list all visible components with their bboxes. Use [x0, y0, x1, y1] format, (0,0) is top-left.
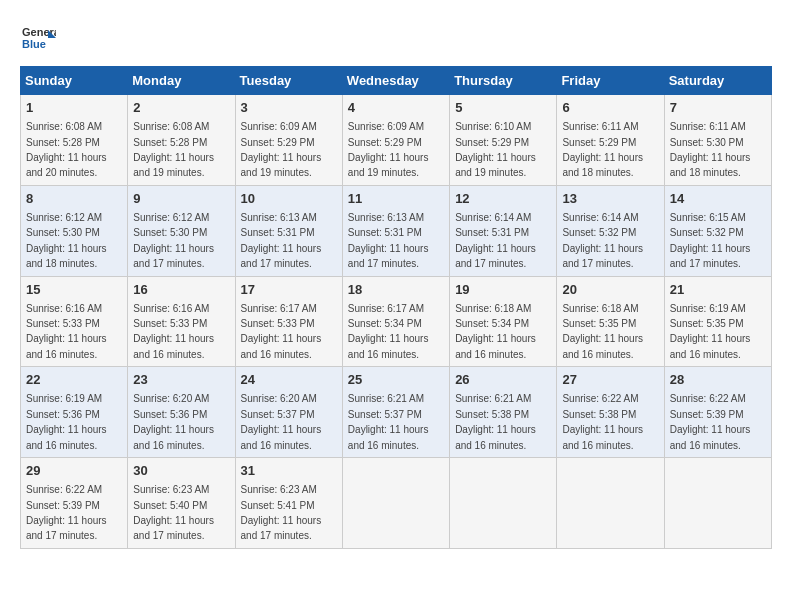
day-number: 9	[133, 190, 229, 208]
calendar-cell: 28 Sunrise: 6:22 AMSunset: 5:39 PMDaylig…	[664, 367, 771, 458]
cell-content: Sunrise: 6:09 AMSunset: 5:29 PMDaylight:…	[348, 121, 429, 178]
day-number: 28	[670, 371, 766, 389]
cell-content: Sunrise: 6:23 AMSunset: 5:40 PMDaylight:…	[133, 484, 214, 541]
calendar-cell: 14 Sunrise: 6:15 AMSunset: 5:32 PMDaylig…	[664, 185, 771, 276]
cell-content: Sunrise: 6:10 AMSunset: 5:29 PMDaylight:…	[455, 121, 536, 178]
calendar-cell: 1 Sunrise: 6:08 AMSunset: 5:28 PMDayligh…	[21, 95, 128, 186]
cell-content: Sunrise: 6:18 AMSunset: 5:34 PMDaylight:…	[455, 303, 536, 360]
calendar-cell: 31 Sunrise: 6:23 AMSunset: 5:41 PMDaylig…	[235, 458, 342, 549]
cell-content: Sunrise: 6:13 AMSunset: 5:31 PMDaylight:…	[241, 212, 322, 269]
day-number: 8	[26, 190, 122, 208]
calendar-cell: 25 Sunrise: 6:21 AMSunset: 5:37 PMDaylig…	[342, 367, 449, 458]
day-number: 19	[455, 281, 551, 299]
calendar-cell: 10 Sunrise: 6:13 AMSunset: 5:31 PMDaylig…	[235, 185, 342, 276]
calendar-cell: 17 Sunrise: 6:17 AMSunset: 5:33 PMDaylig…	[235, 276, 342, 367]
calendar-cell: 6 Sunrise: 6:11 AMSunset: 5:29 PMDayligh…	[557, 95, 664, 186]
day-number: 5	[455, 99, 551, 117]
day-number: 7	[670, 99, 766, 117]
cell-content: Sunrise: 6:17 AMSunset: 5:33 PMDaylight:…	[241, 303, 322, 360]
calendar-cell: 19 Sunrise: 6:18 AMSunset: 5:34 PMDaylig…	[450, 276, 557, 367]
cell-content: Sunrise: 6:22 AMSunset: 5:39 PMDaylight:…	[26, 484, 107, 541]
day-number: 26	[455, 371, 551, 389]
cell-content: Sunrise: 6:21 AMSunset: 5:38 PMDaylight:…	[455, 393, 536, 450]
calendar-cell	[342, 458, 449, 549]
calendar-cell	[450, 458, 557, 549]
calendar-cell: 24 Sunrise: 6:20 AMSunset: 5:37 PMDaylig…	[235, 367, 342, 458]
cell-content: Sunrise: 6:20 AMSunset: 5:37 PMDaylight:…	[241, 393, 322, 450]
calendar-cell: 12 Sunrise: 6:14 AMSunset: 5:31 PMDaylig…	[450, 185, 557, 276]
day-header-thursday: Thursday	[450, 67, 557, 95]
cell-content: Sunrise: 6:12 AMSunset: 5:30 PMDaylight:…	[133, 212, 214, 269]
cell-content: Sunrise: 6:11 AMSunset: 5:29 PMDaylight:…	[562, 121, 643, 178]
logo-icon: General Blue	[20, 20, 56, 56]
calendar-cell: 2 Sunrise: 6:08 AMSunset: 5:28 PMDayligh…	[128, 95, 235, 186]
logo: General Blue	[20, 20, 56, 56]
day-number: 21	[670, 281, 766, 299]
day-number: 6	[562, 99, 658, 117]
calendar-cell: 22 Sunrise: 6:19 AMSunset: 5:36 PMDaylig…	[21, 367, 128, 458]
week-row-4: 22 Sunrise: 6:19 AMSunset: 5:36 PMDaylig…	[21, 367, 772, 458]
header-row: SundayMondayTuesdayWednesdayThursdayFrid…	[21, 67, 772, 95]
day-number: 16	[133, 281, 229, 299]
day-number: 4	[348, 99, 444, 117]
week-row-1: 1 Sunrise: 6:08 AMSunset: 5:28 PMDayligh…	[21, 95, 772, 186]
day-number: 25	[348, 371, 444, 389]
calendar-cell: 9 Sunrise: 6:12 AMSunset: 5:30 PMDayligh…	[128, 185, 235, 276]
week-row-3: 15 Sunrise: 6:16 AMSunset: 5:33 PMDaylig…	[21, 276, 772, 367]
day-header-saturday: Saturday	[664, 67, 771, 95]
cell-content: Sunrise: 6:23 AMSunset: 5:41 PMDaylight:…	[241, 484, 322, 541]
day-header-friday: Friday	[557, 67, 664, 95]
cell-content: Sunrise: 6:13 AMSunset: 5:31 PMDaylight:…	[348, 212, 429, 269]
cell-content: Sunrise: 6:19 AMSunset: 5:36 PMDaylight:…	[26, 393, 107, 450]
day-number: 1	[26, 99, 122, 117]
day-header-wednesday: Wednesday	[342, 67, 449, 95]
calendar-cell: 5 Sunrise: 6:10 AMSunset: 5:29 PMDayligh…	[450, 95, 557, 186]
calendar-cell: 26 Sunrise: 6:21 AMSunset: 5:38 PMDaylig…	[450, 367, 557, 458]
calendar-cell: 20 Sunrise: 6:18 AMSunset: 5:35 PMDaylig…	[557, 276, 664, 367]
header: General Blue	[20, 20, 772, 56]
cell-content: Sunrise: 6:19 AMSunset: 5:35 PMDaylight:…	[670, 303, 751, 360]
day-number: 18	[348, 281, 444, 299]
day-number: 10	[241, 190, 337, 208]
calendar-cell: 27 Sunrise: 6:22 AMSunset: 5:38 PMDaylig…	[557, 367, 664, 458]
cell-content: Sunrise: 6:09 AMSunset: 5:29 PMDaylight:…	[241, 121, 322, 178]
day-number: 2	[133, 99, 229, 117]
day-number: 11	[348, 190, 444, 208]
week-row-2: 8 Sunrise: 6:12 AMSunset: 5:30 PMDayligh…	[21, 185, 772, 276]
cell-content: Sunrise: 6:08 AMSunset: 5:28 PMDaylight:…	[133, 121, 214, 178]
cell-content: Sunrise: 6:08 AMSunset: 5:28 PMDaylight:…	[26, 121, 107, 178]
cell-content: Sunrise: 6:12 AMSunset: 5:30 PMDaylight:…	[26, 212, 107, 269]
week-row-5: 29 Sunrise: 6:22 AMSunset: 5:39 PMDaylig…	[21, 458, 772, 549]
cell-content: Sunrise: 6:21 AMSunset: 5:37 PMDaylight:…	[348, 393, 429, 450]
svg-text:Blue: Blue	[22, 38, 46, 50]
cell-content: Sunrise: 6:14 AMSunset: 5:32 PMDaylight:…	[562, 212, 643, 269]
cell-content: Sunrise: 6:22 AMSunset: 5:39 PMDaylight:…	[670, 393, 751, 450]
cell-content: Sunrise: 6:20 AMSunset: 5:36 PMDaylight:…	[133, 393, 214, 450]
calendar-cell: 8 Sunrise: 6:12 AMSunset: 5:30 PMDayligh…	[21, 185, 128, 276]
day-number: 27	[562, 371, 658, 389]
day-number: 22	[26, 371, 122, 389]
calendar-cell: 15 Sunrise: 6:16 AMSunset: 5:33 PMDaylig…	[21, 276, 128, 367]
calendar-cell: 11 Sunrise: 6:13 AMSunset: 5:31 PMDaylig…	[342, 185, 449, 276]
day-number: 29	[26, 462, 122, 480]
calendar-cell: 13 Sunrise: 6:14 AMSunset: 5:32 PMDaylig…	[557, 185, 664, 276]
calendar-cell: 30 Sunrise: 6:23 AMSunset: 5:40 PMDaylig…	[128, 458, 235, 549]
day-number: 3	[241, 99, 337, 117]
calendar-cell: 3 Sunrise: 6:09 AMSunset: 5:29 PMDayligh…	[235, 95, 342, 186]
calendar-cell: 16 Sunrise: 6:16 AMSunset: 5:33 PMDaylig…	[128, 276, 235, 367]
cell-content: Sunrise: 6:18 AMSunset: 5:35 PMDaylight:…	[562, 303, 643, 360]
cell-content: Sunrise: 6:22 AMSunset: 5:38 PMDaylight:…	[562, 393, 643, 450]
day-number: 14	[670, 190, 766, 208]
cell-content: Sunrise: 6:16 AMSunset: 5:33 PMDaylight:…	[133, 303, 214, 360]
day-number: 31	[241, 462, 337, 480]
day-number: 17	[241, 281, 337, 299]
cell-content: Sunrise: 6:17 AMSunset: 5:34 PMDaylight:…	[348, 303, 429, 360]
day-header-tuesday: Tuesday	[235, 67, 342, 95]
day-number: 23	[133, 371, 229, 389]
calendar-cell	[557, 458, 664, 549]
calendar-cell	[664, 458, 771, 549]
calendar-cell: 7 Sunrise: 6:11 AMSunset: 5:30 PMDayligh…	[664, 95, 771, 186]
day-number: 24	[241, 371, 337, 389]
calendar-cell: 23 Sunrise: 6:20 AMSunset: 5:36 PMDaylig…	[128, 367, 235, 458]
day-header-monday: Monday	[128, 67, 235, 95]
